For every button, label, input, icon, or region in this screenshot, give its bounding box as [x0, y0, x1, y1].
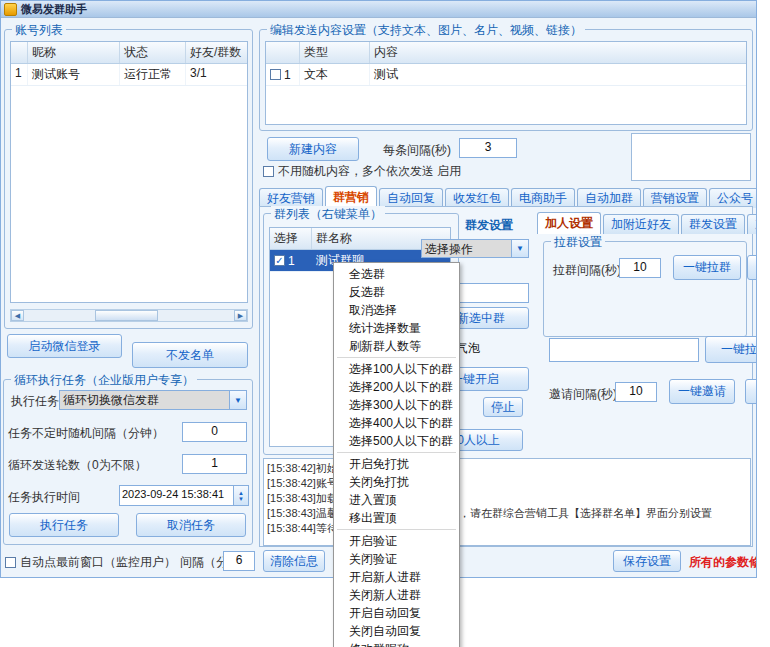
content-table[interactable]: 类型 内容 1 文本 测试 — [265, 41, 747, 125]
exec-task-value: 循环切换微信发群 — [60, 391, 229, 409]
tab-marketing-settings[interactable]: 营销设置 — [643, 188, 707, 208]
chevron-down-icon[interactable]: ▼ — [511, 240, 528, 257]
menu-item-under-300[interactable]: 选择300人以下的群 — [334, 396, 459, 414]
pull-group-button[interactable]: 一键拉群 — [673, 255, 741, 280]
exec-task-select[interactable]: 循环切换微信发群 ▼ — [59, 390, 247, 410]
menu-item-pin[interactable]: 进入置顶 — [334, 491, 459, 509]
tab-add-settings[interactable]: 加人设置 — [537, 212, 601, 234]
monitor-label: 自动点最前窗口（监控用户） — [20, 554, 176, 571]
menu-item-select-all[interactable]: 全选群 — [334, 265, 459, 283]
monitor-checkbox[interactable] — [5, 557, 16, 568]
spinner-updown-icon[interactable]: ▲▼ — [233, 486, 248, 505]
content-title: 编辑发送内容设置（支持文本、图片、名片、视频、链接） — [267, 22, 585, 39]
save-settings-button[interactable]: 保存设置 — [613, 550, 681, 572]
invite-button[interactable]: 一键邀请 — [669, 379, 735, 404]
menu-item-verify-on[interactable]: 开启验证 — [334, 532, 459, 550]
menu-item-under-500[interactable]: 选择500人以下的群 — [334, 432, 459, 450]
group-op-select[interactable]: 选择操作 ▼ — [421, 239, 529, 258]
menu-item-invert-select[interactable]: 反选群 — [334, 283, 459, 301]
tab-official-account[interactable]: 公众号 — [709, 188, 757, 208]
save-notice-text: 所有的参数修改需保存 — [689, 554, 757, 571]
invite-gap-input[interactable]: 10 — [615, 382, 657, 402]
monitor-interval-input[interactable]: 6 — [223, 551, 255, 571]
grouplist-title: 群列表（右键菜单） — [271, 206, 385, 223]
menu-item-under-200[interactable]: 选择200人以下的群 — [334, 378, 459, 396]
run-task-button[interactable]: 执行任务 — [9, 513, 119, 537]
group-row-num: 1 — [288, 254, 295, 268]
menu-item-under-400[interactable]: 选择400人以下的群 — [334, 414, 459, 432]
col-body: 内容 — [370, 42, 746, 63]
content-row[interactable]: 1 文本 测试 — [266, 64, 746, 86]
scroll-track[interactable] — [24, 310, 234, 321]
accounts-table-header: 昵称 状态 好友/群数 — [11, 42, 247, 64]
monitor-checkbox-row[interactable]: 自动点最前窗口（监控用户） 间隔（分钟） — [5, 554, 252, 571]
new-content-button[interactable]: 新建内容 — [267, 137, 359, 161]
account-status: 运行正常 — [120, 64, 186, 85]
menu-item-newcomer-on[interactable]: 开启新人进群 — [334, 568, 459, 586]
content-gap-label: 每条间隔(秒) — [383, 142, 451, 159]
invite-gap-label: 邀请间隔(秒) — [549, 386, 617, 403]
pull-gap-input[interactable]: 10 — [619, 258, 661, 278]
menu-item-rename-group[interactable]: 修改群昵称 — [334, 640, 459, 647]
no-send-list-button[interactable]: 不发名单 — [132, 342, 248, 368]
menu-item-under-100[interactable]: 选择100人以下的群 — [334, 360, 459, 378]
chevron-down-icon[interactable]: ▼ — [229, 391, 246, 409]
pull-stop-button[interactable]: 停止 — [747, 255, 757, 280]
scroll-left-icon[interactable]: ◀ — [11, 310, 24, 321]
account-counts: 3/1 — [186, 64, 247, 85]
addpanel-tabstrip: 加人设置 加附近好友 群发设置 加人进度 聊天 — [537, 212, 757, 234]
tab-redpacket[interactable]: 收发红包 — [445, 188, 509, 208]
random-checkbox[interactable] — [263, 166, 274, 177]
exec-task-label: 执行任务 — [11, 393, 59, 410]
content-preview-box[interactable] — [631, 133, 751, 181]
accounts-hscrollbar[interactable]: ◀ ▶ — [10, 309, 248, 322]
stop-send-button[interactable]: 停止 — [483, 397, 523, 417]
window-title: 微易发群助手 — [21, 2, 87, 17]
menu-item-mute-off[interactable]: 关闭免打扰 — [334, 473, 459, 491]
content-row-num: 1 — [284, 68, 291, 82]
titlebar[interactable]: 微易发群助手 — [1, 1, 757, 18]
menu-item-count-selected[interactable]: 统计选择数量 — [334, 319, 459, 337]
invite-stop-button[interactable]: 停止 — [745, 379, 757, 404]
menu-item-refresh-counts[interactable]: 刷新群人数等 — [334, 337, 459, 355]
accounts-title: 账号列表 — [12, 22, 66, 39]
cancel-task-button[interactable]: 取消任务 — [136, 513, 246, 537]
group-context-menu: 全选群 反选群 取消选择 统计选择数量 刷新群人数等 选择100人以下的群 选择… — [333, 262, 460, 647]
account-row[interactable]: 1 测试账号 运行正常 3/1 — [11, 64, 247, 86]
clear-log-button[interactable]: 清除信息 — [263, 550, 325, 572]
task-time-picker[interactable]: 2023-09-24 15:38:41 ▲▼ — [119, 485, 249, 506]
tab-group-marketing[interactable]: 群营销 — [325, 186, 377, 208]
tab-auto-reply[interactable]: 自动回复 — [379, 188, 443, 208]
tab-friend-marketing[interactable]: 好友营销 — [259, 188, 323, 208]
pull-gap-label: 拉群间隔(秒) — [553, 262, 621, 279]
random-checkbox-row[interactable]: 不用随机内容，多个依次发送 启用 — [263, 163, 461, 180]
content-gap-input[interactable]: 3 — [459, 138, 517, 158]
friend-name-input[interactable] — [549, 338, 699, 362]
account-num: 1 — [11, 64, 28, 85]
tab-add-nearby[interactable]: 加附近好友 — [603, 214, 679, 234]
scroll-right-icon[interactable]: ▶ — [234, 310, 247, 321]
login-wechat-button[interactable]: 启动微信登录 — [7, 334, 122, 358]
menu-separator — [337, 357, 456, 358]
tab-auto-join[interactable]: 自动加群 — [577, 188, 641, 208]
tab-send-settings[interactable]: 群发设置 — [681, 214, 745, 234]
task-interval-label: 任务不定时随机间隔（分钟） — [8, 425, 164, 442]
menu-item-unpin[interactable]: 移出置顶 — [334, 509, 459, 527]
content-row-body: 测试 — [370, 64, 746, 85]
menu-item-verify-off[interactable]: 关闭验证 — [334, 550, 459, 568]
scroll-thumb[interactable] — [95, 310, 158, 321]
pull-friend-button[interactable]: 一键拉好友 — [705, 336, 757, 363]
menu-item-newcomer-off[interactable]: 关闭新人进群 — [334, 586, 459, 604]
task-rounds-input[interactable]: 1 — [182, 454, 247, 474]
task-interval-input[interactable]: 0 — [182, 422, 247, 442]
menu-item-autoreply-on[interactable]: 开启自动回复 — [334, 604, 459, 622]
group-row-checkbox[interactable]: ✓ — [274, 255, 285, 266]
tab-ecommerce[interactable]: 电商助手 — [511, 188, 575, 208]
menu-item-mute-on[interactable]: 开启免打扰 — [334, 455, 459, 473]
menu-item-cancel-select[interactable]: 取消选择 — [334, 301, 459, 319]
tab-add-progress[interactable]: 加人进度 — [747, 214, 757, 234]
accounts-table[interactable]: 昵称 状态 好友/群数 1 测试账号 运行正常 3/1 — [10, 41, 248, 303]
task-time-label: 任务执行时间 — [8, 489, 80, 506]
menu-item-autoreply-off[interactable]: 关闭自动回复 — [334, 622, 459, 640]
content-row-checkbox[interactable] — [270, 69, 281, 80]
